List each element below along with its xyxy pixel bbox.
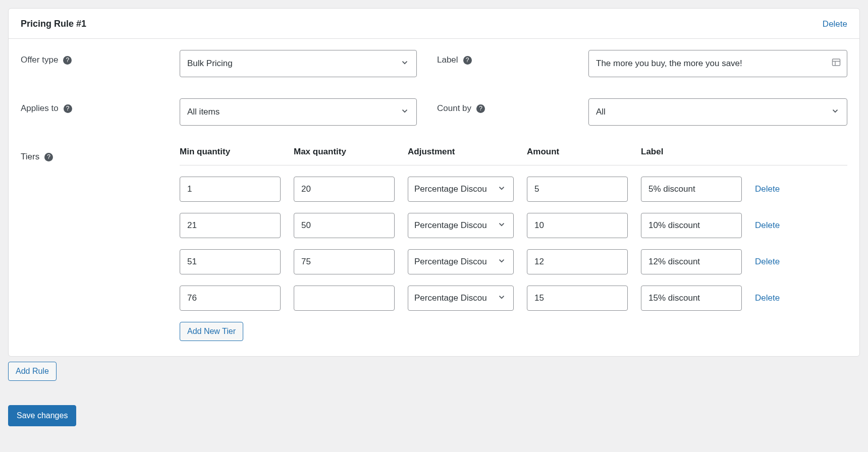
col-header-label: Label xyxy=(641,147,742,157)
chevron-down-icon xyxy=(497,184,506,195)
chevron-down-icon xyxy=(400,106,409,118)
col-header-min: Min quantity xyxy=(180,147,281,157)
col-header-adjustment: Adjustment xyxy=(408,147,514,157)
panel-header: Pricing Rule #1 Delete xyxy=(9,9,859,39)
help-icon[interactable]: ? xyxy=(63,56,72,65)
applies-to-select[interactable]: All items xyxy=(180,98,417,126)
tier-min-input[interactable] xyxy=(180,177,281,202)
tier-label-input[interactable] xyxy=(641,286,742,311)
delete-rule-link[interactable]: Delete xyxy=(823,19,847,29)
tier-label-input[interactable] xyxy=(641,213,742,238)
chevron-down-icon xyxy=(497,220,506,232)
count-by-select[interactable]: All xyxy=(588,98,847,126)
col-header-amount: Amount xyxy=(527,147,628,157)
tier-adjustment-select[interactable]: Percentage Discou xyxy=(408,177,514,202)
offer-type-select[interactable]: Bulk Pricing xyxy=(180,50,417,77)
tier-min-input[interactable] xyxy=(180,249,281,274)
tier-row: Percentage DiscouDelete xyxy=(180,213,847,238)
tier-max-input[interactable] xyxy=(294,249,395,274)
label-field-label: Label ? xyxy=(437,50,588,65)
tier-label-input[interactable] xyxy=(641,249,742,274)
tier-amount-input[interactable] xyxy=(527,177,628,202)
tier-delete-link[interactable]: Delete xyxy=(755,293,780,303)
pricing-rule-panel: Pricing Rule #1 Delete Offer type ? Bulk… xyxy=(8,8,860,357)
col-header-max: Max quantity xyxy=(294,147,395,157)
tiers-header-row: Min quantity Max quantity Adjustment Amo… xyxy=(180,147,847,165)
tiers-section-label: Tiers ? xyxy=(21,147,180,162)
count-by-label: Count by ? xyxy=(437,98,588,114)
tier-delete-link[interactable]: Delete xyxy=(755,220,780,230)
chevron-down-icon xyxy=(497,293,506,304)
applies-to-label: Applies to ? xyxy=(21,98,180,114)
offer-type-label: Offer type ? xyxy=(21,50,180,65)
tier-row: Percentage DiscouDelete xyxy=(180,249,847,274)
tier-max-input[interactable] xyxy=(294,213,395,238)
chevron-down-icon xyxy=(831,106,840,118)
tier-adjustment-select[interactable]: Percentage Discou xyxy=(408,213,514,238)
tier-max-input[interactable] xyxy=(294,286,395,311)
tier-adjustment-select[interactable]: Percentage Discou xyxy=(408,249,514,274)
help-icon[interactable]: ? xyxy=(463,56,472,65)
tier-amount-input[interactable] xyxy=(527,249,628,274)
tier-min-input[interactable] xyxy=(180,286,281,311)
tier-max-input[interactable] xyxy=(294,177,395,202)
tier-row: Percentage DiscouDelete xyxy=(180,286,847,311)
help-icon[interactable]: ? xyxy=(64,104,72,113)
help-icon[interactable]: ? xyxy=(476,104,485,113)
help-icon[interactable]: ? xyxy=(44,153,53,161)
add-new-tier-button[interactable]: Add New Tier xyxy=(180,322,243,341)
tier-min-input[interactable] xyxy=(180,213,281,238)
label-input[interactable] xyxy=(588,50,847,77)
chevron-down-icon xyxy=(400,58,409,70)
panel-title: Pricing Rule #1 xyxy=(21,19,86,29)
tier-label-input[interactable] xyxy=(641,177,742,202)
tier-amount-input[interactable] xyxy=(527,213,628,238)
tier-delete-link[interactable]: Delete xyxy=(755,257,780,266)
tier-delete-link[interactable]: Delete xyxy=(755,184,780,194)
add-rule-button[interactable]: Add Rule xyxy=(8,362,57,381)
save-changes-button[interactable]: Save changes xyxy=(8,405,76,426)
tier-amount-input[interactable] xyxy=(527,286,628,311)
tier-row: Percentage DiscouDelete xyxy=(180,177,847,202)
chevron-down-icon xyxy=(497,256,506,268)
tier-adjustment-select[interactable]: Percentage Discou xyxy=(408,286,514,311)
